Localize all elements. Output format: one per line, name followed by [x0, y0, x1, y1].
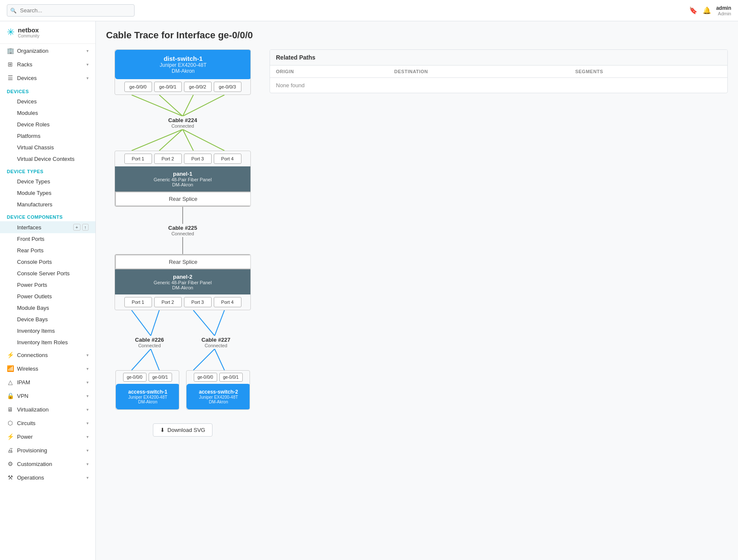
no-results-message: None found — [270, 78, 727, 93]
sidebar-item-virtual-device-contexts[interactable]: Virtual Device Contexts — [0, 153, 95, 165]
sidebar-item-vpn[interactable]: 🔒VPN ▾ — [0, 389, 95, 403]
sidebar-item-manufacturers[interactable]: Manufacturers — [0, 199, 95, 210]
svg-line-16 — [193, 349, 215, 370]
ip-icon: △ — [7, 379, 14, 386]
panel2-port-0[interactable]: Port 1 — [124, 297, 152, 307]
col-segments: SEGMENTS — [569, 66, 727, 78]
device-types-group-label: DEVICE TYPES — [0, 165, 95, 176]
cable-224-name: Cable #224 — [168, 117, 197, 123]
panel2-port-3[interactable]: Port 4 — [214, 297, 241, 307]
chevron-icon: ▾ — [86, 49, 89, 53]
sidebar-item-ipam[interactable]: △IPAM ▾ — [0, 375, 95, 389]
wifi-icon: 📶 — [7, 365, 14, 372]
sidebar-item-inventory-item-roles[interactable]: Inventory Item Roles — [0, 337, 95, 348]
chevron-icon: ▾ — [86, 62, 89, 67]
access2-port-1[interactable]: ge-0/0/1 — [219, 373, 243, 382]
svg-line-11 — [151, 310, 159, 336]
panel1-port-0[interactable]: Port 1 — [124, 154, 152, 164]
notification-icon[interactable]: 🔔 — [703, 6, 711, 14]
sidebar-item-platforms[interactable]: Platforms — [0, 130, 95, 142]
user-info: admin Admin — [716, 5, 731, 16]
sidebar-item-organization[interactable]: 🏢Organization ▾ — [0, 44, 95, 57]
download-svg-button[interactable]: ⬇ Download SVG — [153, 423, 212, 437]
sidebar-item-modules[interactable]: Modules — [0, 107, 95, 119]
svg-line-13 — [215, 310, 224, 336]
cable-trace-diagram: dist-switch-1 Juniper EX4200-48T DM-Akro… — [106, 49, 259, 437]
top-device: dist-switch-1 Juniper EX4200-48T DM-Akro… — [115, 50, 251, 79]
diagram-full: dist-switch-1 Juniper EX4200-48T DM-Akro… — [106, 49, 259, 437]
top-port-3[interactable]: ge-0/0/3 — [214, 82, 241, 92]
device-components-group-label: DEVICE COMPONENTS — [0, 210, 95, 221]
connections-icon: ⚡ — [7, 351, 14, 358]
blue-lines-to-devices — [115, 349, 251, 370]
panel1: panel-1 Generic 48-Pair Fiber Panel DM-A… — [115, 166, 250, 191]
sidebar-item-interfaces[interactable]: Interfaces + ↑ — [0, 221, 95, 233]
sidebar-item-circuits[interactable]: ⬡Circuits ▾ — [0, 416, 95, 430]
cable-225-info: Cable #225 Connected — [168, 224, 197, 237]
panel2-port-2[interactable]: Port 3 — [184, 297, 212, 307]
top-port-0[interactable]: ge-0/0/0 — [124, 82, 152, 92]
import-interface-btn[interactable]: ↑ — [82, 224, 89, 231]
search-input[interactable] — [7, 4, 135, 17]
sidebar-item-power[interactable]: ⚡Power ▾ — [0, 430, 95, 443]
sidebar-item-operations[interactable]: ⚒Operations ▾ — [0, 471, 95, 484]
sidebar-item-module-types[interactable]: Module Types — [0, 187, 95, 199]
cable-226-name: Cable #226 — [120, 337, 179, 343]
svg-line-4 — [132, 129, 183, 151]
sidebar-item-provisioning[interactable]: 🖨Provisioning ▾ — [0, 443, 95, 457]
bookmark-icon[interactable]: 🔖 — [689, 6, 698, 14]
sidebar-item-console-ports[interactable]: Console Ports — [0, 256, 95, 268]
logo-icon: ✳ — [7, 27, 14, 38]
sidebar-item-module-bays[interactable]: Module Bays — [0, 302, 95, 314]
panel2-port-1[interactable]: Port 2 — [154, 297, 182, 307]
access1-port-1[interactable]: ge-0/0/1 — [149, 373, 172, 382]
sidebar-item-virtualization[interactable]: 🖥Virtualization ▾ — [0, 403, 95, 416]
sidebar-item-device-roles[interactable]: Device Roles — [0, 119, 95, 130]
panel2-ports-bottom: Port 1 Port 2 Port 3 Port 4 — [115, 294, 250, 310]
sidebar-item-inventory-items[interactable]: Inventory Items — [0, 325, 95, 337]
panel1-port-3[interactable]: Port 4 — [214, 154, 241, 164]
svg-line-17 — [215, 349, 224, 370]
grid-icon: ⊞ — [7, 61, 14, 68]
sidebar-item-power-ports[interactable]: Power Ports — [0, 279, 95, 291]
sidebar-item-customization[interactable]: ⚙Customization ▾ — [0, 457, 95, 471]
access-switch-1: access-switch-1 Juniper EX4200-48T DM-Ak… — [116, 384, 179, 409]
related-paths-table: ORIGIN DESTINATION SEGMENTS None found — [270, 66, 727, 93]
cable-225-name: Cable #225 — [168, 225, 197, 231]
access-switch-1-wrapper: ge-0/0/0 ge-0/0/1 access-switch-1 Junipe… — [115, 370, 179, 410]
panel2-name: panel-2 — [119, 274, 246, 280]
ops-icon: ⚒ — [7, 474, 14, 481]
access2-site: DM-Akron — [192, 400, 245, 404]
sidebar-item-devices-leaf[interactable]: Devices — [0, 96, 95, 107]
sidebar-item-power-outlets[interactable]: Power Outlets — [0, 291, 95, 302]
panel2-wrapper: Rear Splice panel-2 Generic 48-Pair Fibe… — [115, 254, 251, 310]
access2-port-0[interactable]: ge-0/0/0 — [194, 373, 217, 382]
username: admin — [716, 5, 731, 11]
sidebar-item-rear-ports[interactable]: Rear Ports — [0, 245, 95, 256]
panel1-port-2[interactable]: Port 3 — [184, 154, 212, 164]
sidebar-item-wireless[interactable]: 📶Wireless ▾ — [0, 362, 95, 375]
add-interface-btn[interactable]: + — [73, 224, 80, 231]
svg-line-0 — [132, 95, 183, 116]
svg-line-15 — [151, 349, 159, 370]
sidebar-item-devices[interactable]: ☰Devices ▾ — [0, 71, 95, 85]
main-content: Cable Trace for Interface ge-0/0/0 dist-… — [96, 21, 738, 560]
logo-name: netbox — [18, 26, 39, 34]
top-port-2[interactable]: ge-0/0/2 — [184, 82, 212, 92]
access-switch-2-ports: ge-0/0/0 ge-0/0/1 — [187, 371, 250, 384]
sidebar-item-console-server-ports[interactable]: Console Server Ports — [0, 268, 95, 279]
sidebar-item-connections[interactable]: ⚡Connections ▾ — [0, 348, 95, 362]
access1-port-0[interactable]: ge-0/0/0 — [123, 373, 146, 382]
sidebar-item-device-types[interactable]: Device Types — [0, 176, 95, 187]
sidebar-item-device-bays[interactable]: Device Bays — [0, 314, 95, 325]
panel1-port-1[interactable]: Port 2 — [154, 154, 182, 164]
access2-type: Juniper EX4200-48T — [192, 395, 245, 400]
top-port-1[interactable]: ge-0/0/1 — [154, 82, 182, 92]
green-lines-mid — [115, 129, 251, 151]
sidebar-item-racks[interactable]: ⊞Racks ▾ — [0, 57, 95, 71]
related-paths-card: Related Paths ORIGIN DESTINATION SEGMENT… — [270, 49, 728, 93]
sidebar-item-virtual-chassis[interactable]: Virtual Chassis — [0, 142, 95, 153]
related-paths-panel: Related Paths ORIGIN DESTINATION SEGMENT… — [270, 49, 728, 93]
sidebar-item-front-ports[interactable]: Front Ports — [0, 233, 95, 245]
right-icons: 🔖 🔔 admin Admin — [689, 5, 731, 16]
